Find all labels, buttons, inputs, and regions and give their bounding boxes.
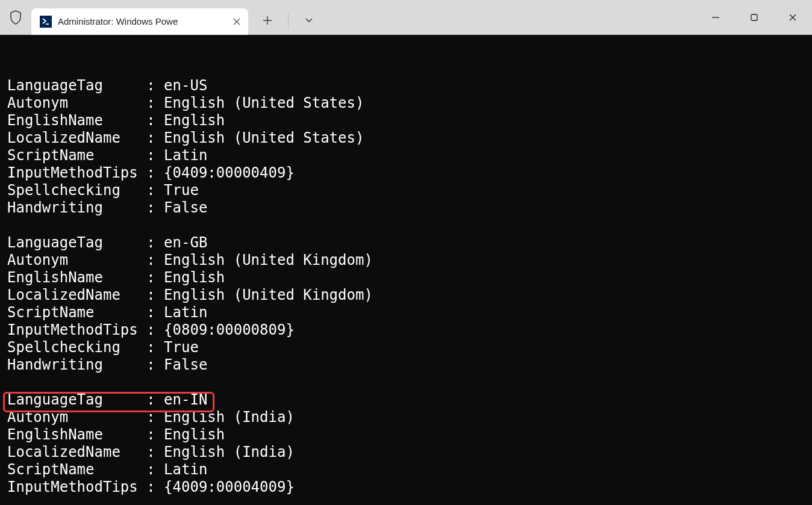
svg-rect-0 [751,14,757,20]
tab-active[interactable]: Administrator: Windows Powe [31,8,248,35]
tab-dropdown-button[interactable] [296,8,322,33]
terminal-output[interactable]: LanguageTag : en-US Autonym : English (U… [0,35,812,505]
minimize-button[interactable] [696,4,735,31]
tab-separator [288,12,289,29]
shield-icon [0,10,31,25]
window-controls [696,4,812,31]
maximize-button[interactable] [735,4,773,31]
powershell-icon [40,16,52,28]
titlebar: Administrator: Windows Powe [0,0,812,35]
new-tab-button[interactable] [254,8,281,33]
close-button[interactable] [773,4,812,31]
tab-close-button[interactable] [231,16,242,27]
tab-title: Administrator: Windows Powe [58,16,226,26]
